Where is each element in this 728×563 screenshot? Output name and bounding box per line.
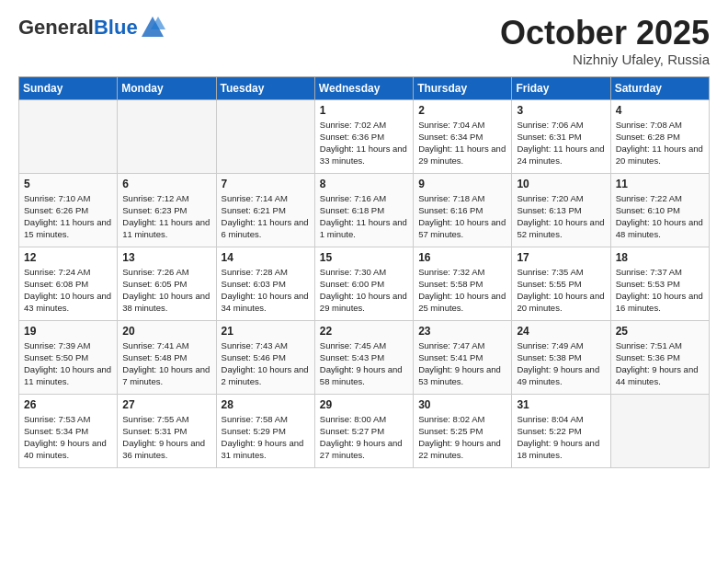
calendar-cell: 8 Sunrise: 7:16 AMSunset: 6:18 PMDayligh… — [314, 173, 413, 247]
day-number: 16 — [418, 251, 506, 264]
day-number: 6 — [122, 178, 210, 190]
calendar-cell: 10 Sunrise: 7:20 AMSunset: 6:13 PMDaylig… — [512, 173, 610, 247]
day-detail: Sunrise: 7:47 AMSunset: 5:41 PMDaylight:… — [418, 339, 506, 388]
calendar-cell: 3 Sunrise: 7:06 AMSunset: 6:31 PMDayligh… — [512, 99, 610, 173]
calendar-cell: 2 Sunrise: 7:04 AMSunset: 6:34 PMDayligh… — [414, 99, 512, 173]
day-detail: Sunrise: 7:49 AMSunset: 5:38 PMDaylight:… — [517, 339, 605, 388]
calendar-cell: 18 Sunrise: 7:37 AMSunset: 5:53 PMDaylig… — [610, 247, 709, 320]
calendar-cell: 5 Sunrise: 7:10 AMSunset: 6:26 PMDayligh… — [19, 173, 118, 247]
day-detail: Sunrise: 7:55 AMSunset: 5:31 PMDaylight:… — [122, 413, 210, 462]
day-number: 13 — [122, 251, 210, 264]
weekday-header-friday: Friday — [512, 76, 610, 99]
day-detail: Sunrise: 7:45 AMSunset: 5:43 PMDaylight:… — [320, 339, 408, 388]
day-detail: Sunrise: 8:04 AMSunset: 5:22 PMDaylight:… — [517, 413, 605, 462]
day-number: 29 — [320, 398, 408, 411]
day-number: 1 — [320, 104, 408, 117]
day-detail: Sunrise: 7:22 AMSunset: 6:10 PMDaylight:… — [616, 192, 704, 241]
week-row-3: 19 Sunrise: 7:39 AMSunset: 5:50 PMDaylig… — [19, 320, 710, 394]
day-detail: Sunrise: 7:39 AMSunset: 5:50 PMDaylight:… — [24, 339, 112, 388]
logo-icon — [140, 15, 165, 40]
day-detail: Sunrise: 7:08 AMSunset: 6:28 PMDaylight:… — [616, 119, 704, 167]
logo: GeneralBlue — [18, 15, 165, 40]
calendar-cell — [118, 99, 216, 173]
calendar-cell: 9 Sunrise: 7:18 AMSunset: 6:16 PMDayligh… — [414, 173, 512, 247]
day-number: 25 — [616, 325, 704, 338]
title-block: October 2025 Nizhniy Ufaley, Russia — [500, 15, 710, 67]
month-title: October 2025 — [500, 15, 710, 52]
calendar-cell: 19 Sunrise: 7:39 AMSunset: 5:50 PMDaylig… — [19, 320, 118, 394]
location: Nizhniy Ufaley, Russia — [500, 52, 710, 67]
day-detail: Sunrise: 7:10 AMSunset: 6:26 PMDaylight:… — [24, 192, 112, 241]
day-number: 9 — [418, 178, 506, 190]
day-detail: Sunrise: 7:12 AMSunset: 6:23 PMDaylight:… — [122, 192, 210, 241]
day-number: 28 — [222, 398, 310, 411]
day-detail: Sunrise: 7:32 AMSunset: 5:58 PMDaylight:… — [418, 266, 506, 315]
calendar-cell: 23 Sunrise: 7:47 AMSunset: 5:41 PMDaylig… — [414, 320, 512, 394]
weekday-header-monday: Monday — [118, 76, 216, 99]
day-number: 24 — [517, 325, 605, 338]
calendar-cell: 25 Sunrise: 7:51 AMSunset: 5:36 PMDaylig… — [610, 320, 709, 394]
calendar-cell: 20 Sunrise: 7:41 AMSunset: 5:48 PMDaylig… — [118, 320, 216, 394]
calendar-cell: 27 Sunrise: 7:55 AMSunset: 5:31 PMDaylig… — [118, 394, 216, 467]
day-number: 19 — [24, 325, 112, 338]
calendar-cell: 31 Sunrise: 8:04 AMSunset: 5:22 PMDaylig… — [512, 394, 610, 467]
calendar-cell — [19, 99, 118, 173]
day-number: 11 — [616, 178, 704, 190]
day-detail: Sunrise: 7:14 AMSunset: 6:21 PMDaylight:… — [222, 192, 310, 241]
day-number: 15 — [320, 251, 408, 264]
weekday-header-tuesday: Tuesday — [216, 76, 314, 99]
calendar-cell: 26 Sunrise: 7:53 AMSunset: 5:34 PMDaylig… — [19, 394, 118, 467]
day-number: 18 — [616, 251, 704, 264]
calendar-cell: 16 Sunrise: 7:32 AMSunset: 5:58 PMDaylig… — [414, 247, 512, 320]
calendar-cell: 11 Sunrise: 7:22 AMSunset: 6:10 PMDaylig… — [610, 173, 709, 247]
calendar-cell: 13 Sunrise: 7:26 AMSunset: 6:05 PMDaylig… — [118, 247, 216, 320]
weekday-header-thursday: Thursday — [414, 76, 512, 99]
day-number: 2 — [418, 104, 506, 117]
day-detail: Sunrise: 7:58 AMSunset: 5:29 PMDaylight:… — [222, 413, 310, 462]
day-number: 30 — [418, 398, 506, 411]
calendar-cell: 21 Sunrise: 7:43 AMSunset: 5:46 PMDaylig… — [216, 320, 314, 394]
calendar-cell: 28 Sunrise: 7:58 AMSunset: 5:29 PMDaylig… — [216, 394, 314, 467]
day-number: 12 — [24, 251, 112, 264]
day-number: 26 — [24, 398, 112, 411]
calendar-cell: 17 Sunrise: 7:35 AMSunset: 5:55 PMDaylig… — [512, 247, 610, 320]
calendar-cell: 6 Sunrise: 7:12 AMSunset: 6:23 PMDayligh… — [118, 173, 216, 247]
calendar-cell: 14 Sunrise: 7:28 AMSunset: 6:03 PMDaylig… — [216, 247, 314, 320]
day-number: 21 — [222, 325, 310, 338]
weekday-header-sunday: Sunday — [19, 76, 118, 99]
day-detail: Sunrise: 7:41 AMSunset: 5:48 PMDaylight:… — [122, 339, 210, 388]
day-detail: Sunrise: 7:35 AMSunset: 5:55 PMDaylight:… — [517, 266, 605, 315]
day-detail: Sunrise: 8:02 AMSunset: 5:25 PMDaylight:… — [418, 413, 506, 462]
calendar-cell: 12 Sunrise: 7:24 AMSunset: 6:08 PMDaylig… — [19, 247, 118, 320]
logo-general: GeneralBlue — [18, 17, 138, 39]
calendar-cell: 30 Sunrise: 8:02 AMSunset: 5:25 PMDaylig… — [414, 394, 512, 467]
header: GeneralBlue October 2025 Nizhniy Ufaley,… — [18, 15, 710, 67]
calendar-cell — [216, 99, 314, 173]
day-detail: Sunrise: 7:20 AMSunset: 6:13 PMDaylight:… — [517, 192, 605, 241]
day-detail: Sunrise: 7:37 AMSunset: 5:53 PMDaylight:… — [616, 266, 704, 315]
week-row-0: 1 Sunrise: 7:02 AMSunset: 6:36 PMDayligh… — [19, 99, 710, 173]
weekday-header-row: SundayMondayTuesdayWednesdayThursdayFrid… — [19, 76, 710, 99]
page-container: GeneralBlue October 2025 Nizhniy Ufaley,… — [0, 0, 728, 477]
day-number: 27 — [122, 398, 210, 411]
day-detail: Sunrise: 7:02 AMSunset: 6:36 PMDaylight:… — [320, 119, 408, 167]
day-detail: Sunrise: 7:26 AMSunset: 6:05 PMDaylight:… — [122, 266, 210, 315]
day-detail: Sunrise: 8:00 AMSunset: 5:27 PMDaylight:… — [320, 413, 408, 462]
calendar-cell: 7 Sunrise: 7:14 AMSunset: 6:21 PMDayligh… — [216, 173, 314, 247]
day-number: 5 — [24, 178, 112, 190]
week-row-1: 5 Sunrise: 7:10 AMSunset: 6:26 PMDayligh… — [19, 173, 710, 247]
calendar: SundayMondayTuesdayWednesdayThursdayFrid… — [18, 76, 710, 468]
day-detail: Sunrise: 7:28 AMSunset: 6:03 PMDaylight:… — [222, 266, 310, 315]
day-number: 4 — [616, 104, 704, 117]
day-number: 22 — [320, 325, 408, 338]
day-detail: Sunrise: 7:18 AMSunset: 6:16 PMDaylight:… — [418, 192, 506, 241]
day-detail: Sunrise: 7:53 AMSunset: 5:34 PMDaylight:… — [24, 413, 112, 462]
day-detail: Sunrise: 7:24 AMSunset: 6:08 PMDaylight:… — [24, 266, 112, 315]
day-number: 23 — [418, 325, 506, 338]
day-detail: Sunrise: 7:51 AMSunset: 5:36 PMDaylight:… — [616, 339, 704, 388]
calendar-cell: 24 Sunrise: 7:49 AMSunset: 5:38 PMDaylig… — [512, 320, 610, 394]
day-number: 10 — [517, 178, 605, 190]
day-detail: Sunrise: 7:04 AMSunset: 6:34 PMDaylight:… — [418, 119, 506, 167]
day-detail: Sunrise: 7:06 AMSunset: 6:31 PMDaylight:… — [517, 119, 605, 167]
day-detail: Sunrise: 7:16 AMSunset: 6:18 PMDaylight:… — [320, 192, 408, 241]
